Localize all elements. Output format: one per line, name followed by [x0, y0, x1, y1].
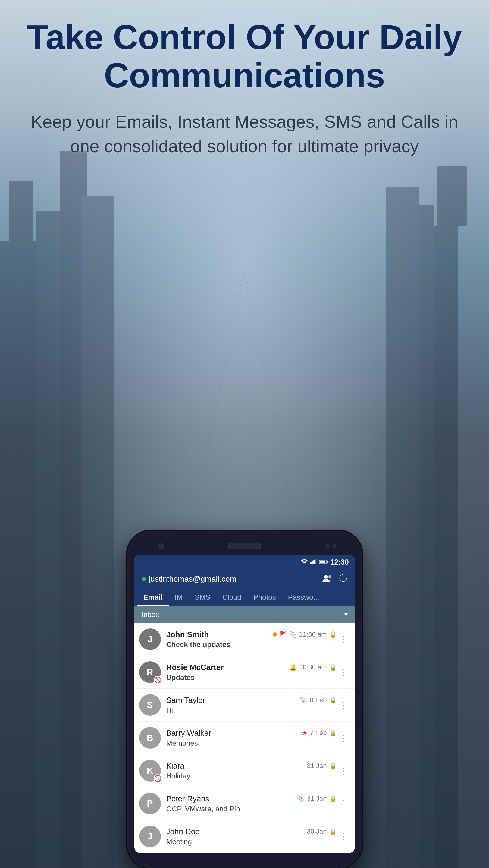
email-item-rosie-mccarter[interactable]: R Rosie McCarter 🔔 [134, 656, 355, 689]
tab-im[interactable]: IM [169, 589, 189, 606]
unread-dot [273, 632, 277, 637]
email-preview-sam: Hi [166, 706, 337, 715]
lock-icon-rosie: 🔒 [329, 664, 337, 671]
wifi-icon [301, 558, 308, 566]
email-list: J John Smith 🚩 📎 11:00 am 🔒 [134, 623, 355, 853]
tab-sms[interactable]: SMS [189, 589, 216, 606]
phone-top-bar [134, 539, 355, 555]
avatar-kiara: K [139, 760, 161, 781]
email-top-row-kiara: Kiara 31 Jan 🔒 [166, 761, 337, 771]
svg-rect-16 [313, 560, 315, 564]
phone-dots [325, 544, 337, 548]
attach-icon: 📎 [289, 631, 297, 638]
email-meta-john-smith: 🚩 📎 11:00 am 🔒 [273, 630, 337, 638]
lock-icon-peter: 🔒 [329, 795, 337, 802]
svg-point-22 [328, 575, 331, 578]
tab-cloud[interactable]: Cloud [216, 589, 247, 606]
email-content-sam: Sam Taylor 📎 8 Feb 🔒 Hi [166, 695, 337, 715]
sender-name-peter: Peter Ryans [166, 794, 209, 804]
email-preview-rosie: Updates [166, 673, 337, 682]
status-time: 12:30 [330, 558, 349, 566]
phone-camera [159, 544, 164, 549]
tab-photos[interactable]: Photos [247, 589, 282, 606]
email-time-barry: 7 Feb [310, 729, 327, 737]
header-actions[interactable] [322, 574, 348, 585]
avatar-john-doe: J [139, 826, 161, 847]
email-time-sam: 8 Feb [310, 696, 327, 704]
email-meta-john-doe: 30 Jan 🔒 [307, 828, 336, 835]
inbox-dropdown-icon[interactable]: ▾ [345, 611, 348, 618]
hero-section: Take Control Of Your Daily Communication… [0, 18, 489, 158]
email-content-rosie: Rosie McCarter 🔔 10:30 am 🔒 Updates [166, 663, 337, 682]
svg-rect-15 [312, 561, 313, 564]
more-menu-kiara[interactable]: ⋮ [337, 764, 350, 778]
sender-name-rosie: Rosie McCarter [166, 663, 224, 672]
lock-icon-sam: 🔒 [329, 696, 337, 704]
email-time-rosie: 10:30 am [299, 663, 327, 671]
contacts-icon[interactable] [322, 574, 333, 584]
more-menu-rosie[interactable]: ⋮ [337, 665, 350, 680]
svg-rect-8 [386, 187, 419, 868]
email-item-kiara[interactable]: K Kiara 31 Jan [134, 754, 355, 787]
email-content-john-smith: John Smith 🚩 📎 11:00 am 🔒 Check the upda… [166, 630, 337, 649]
app-header: justinthomas@gmail.com [134, 569, 355, 589]
avatar-john-smith: J [139, 628, 161, 650]
svg-rect-6 [437, 166, 467, 226]
signal-icon [310, 558, 317, 566]
email-content-kiara: Kiara 31 Jan 🔒 Holiday [166, 761, 337, 780]
email-item-peter-ryans[interactable]: P Peter Ryans 📎 31 Jan 🔒 GCP, VMware, an… [134, 787, 355, 820]
inbox-title: Inbox [141, 610, 159, 619]
email-top-row-john-doe: John Doe 30 Jan 🔒 [166, 827, 337, 836]
email-meta-sam: 📎 8 Feb 🔒 [300, 696, 336, 704]
email-item-barry-walker[interactable]: B Barry Walker ★ 7 Feb 🔒 Memories [134, 721, 355, 754]
svg-rect-17 [315, 559, 316, 564]
svg-point-13 [304, 564, 305, 564]
svg-point-21 [324, 575, 328, 579]
email-meta-rosie: 🔔 10:30 am 🔒 [289, 663, 337, 671]
account-email: justinthomas@gmail.com [149, 575, 236, 584]
tab-password[interactable]: Passwo... [282, 589, 325, 606]
email-time-kiara: 31 Jan [307, 762, 327, 770]
svg-rect-4 [82, 196, 115, 868]
more-menu-john-smith[interactable]: ⋮ [337, 632, 350, 647]
email-item-john-smith[interactable]: J John Smith 🚩 📎 11:00 am 🔒 [134, 623, 355, 656]
phone-mockup: 12:30 justinthomas@gmail.com [127, 531, 362, 868]
more-menu-john-doe[interactable]: ⋮ [337, 829, 350, 844]
email-top-row-rosie: Rosie McCarter 🔔 10:30 am 🔒 [166, 663, 337, 672]
email-content-barry: Barry Walker ★ 7 Feb 🔒 Memories [166, 728, 337, 747]
avatar-rosie-mccarter: R [139, 661, 161, 683]
svg-rect-1 [9, 181, 33, 241]
email-top-row-barry: Barry Walker ★ 7 Feb 🔒 [166, 728, 337, 738]
email-top-row-peter: Peter Ryans 📎 31 Jan 🔒 [166, 794, 337, 804]
email-time-peter: 31 Jan [307, 795, 327, 803]
more-menu-peter[interactable]: ⋮ [337, 796, 350, 811]
phone-speaker [228, 543, 261, 550]
hero-title: Take Control Of Your Daily Communication… [24, 18, 465, 94]
more-menu-sam[interactable]: ⋮ [337, 698, 350, 712]
account-info: justinthomas@gmail.com [141, 575, 236, 584]
phone-dot-1 [325, 544, 330, 548]
svg-rect-19 [320, 561, 325, 563]
email-top-row-sam: Sam Taylor 📎 8 Feb 🔒 [166, 695, 337, 705]
email-item-john-doe[interactable]: J John Doe 30 Jan 🔒 Meeting ⋮ [134, 820, 355, 853]
email-item-sam-taylor[interactable]: S Sam Taylor 📎 8 Feb 🔒 Hi [134, 689, 355, 721]
svg-rect-14 [310, 562, 312, 564]
lock-icon-barry: 🔒 [329, 730, 337, 737]
email-meta-peter: 📎 31 Jan 🔒 [297, 795, 336, 803]
more-menu-barry[interactable]: ⋮ [337, 731, 350, 745]
tab-email[interactable]: Email [137, 589, 169, 606]
email-meta-barry: ★ 7 Feb 🔒 [302, 729, 336, 737]
svg-line-26 [156, 776, 160, 781]
inbox-header[interactable]: Inbox ▾ [134, 606, 355, 623]
hero-subtitle: Keep your Emails, Instant Messages, SMS … [24, 110, 465, 158]
email-preview-kiara: Holiday [166, 772, 337, 780]
avatar-peter-ryans: P [139, 793, 161, 814]
status-icons: 12:30 [301, 558, 349, 566]
status-bar: 12:30 [134, 555, 355, 569]
nav-tabs: Email IM SMS Cloud Photos Passwo... [134, 589, 355, 606]
refresh-icon[interactable] [339, 574, 348, 585]
email-content-john-doe: John Doe 30 Jan 🔒 Meeting [166, 827, 337, 846]
email-top-row: John Smith 🚩 📎 11:00 am 🔒 [166, 630, 337, 639]
email-time-john-doe: 30 Jan [307, 828, 327, 835]
email-preview-barry: Memories [166, 739, 337, 747]
